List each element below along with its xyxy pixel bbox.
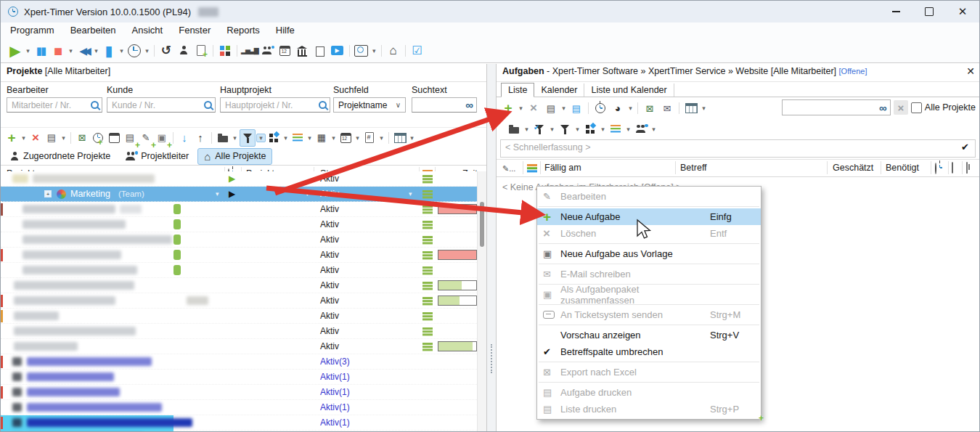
search-icon[interactable] [204,101,212,109]
project-row[interactable]: Aktiv(1) [1,400,477,415]
rewind-button[interactable]: ◀◀ [75,41,91,60]
dropdown-caret-icon[interactable]: ▾ [700,105,708,112]
project-row[interactable]: ▶Aktiv [1,171,477,187]
column-settings-button[interactable] [393,130,407,146]
dropdown-caret-icon[interactable]: ▾ [517,105,525,112]
task-search-input[interactable] [785,102,879,114]
tab-liste-und-kalender[interactable]: Liste und Kalender [584,83,674,97]
dropdown-caret-icon[interactable]: ▾ [24,47,32,54]
menu-fenster[interactable]: Fenster [171,23,219,38]
dropdown-caret-icon[interactable]: ▾ [523,126,531,133]
project-row[interactable]: Aktiv [1,248,477,263]
maximize-button[interactable] [912,1,946,23]
column-geschaetzt[interactable]: Geschätzt [833,163,873,173]
delete-task-button[interactable]: × [526,99,542,118]
dropdown-caret-icon[interactable]: ▾ [573,126,581,133]
project-row-selected[interactable]: +Marketing(Team)▾▾▾▶Aktiv [1,187,477,202]
dropdown-caret-icon[interactable]: ▾ [330,134,338,142]
project-row[interactable]: Aktiv(1) [1,385,477,400]
all-projects-checkbox[interactable] [911,102,922,113]
column-faellig-am[interactable]: Fällig am [544,163,581,173]
hauptprojekt-input[interactable] [224,99,319,111]
project-row[interactable]: Aktiv(3) [1,354,477,370]
add-user-button[interactable] [176,41,192,60]
menu-reports[interactable]: Reports [219,23,268,38]
dropdown-caret-icon[interactable]: ▾ [231,134,239,142]
binoculars-icon[interactable]: ∞ [465,99,473,111]
menu-ansicht[interactable]: Ansicht [124,23,171,38]
dropdown-caret-icon[interactable]: ▾ [370,47,378,54]
view-project-leader[interactable]: Projektleiter [119,149,195,163]
group-view-button[interactable] [266,130,281,146]
pie-chart-button[interactable]: ◕ [610,99,626,118]
menu-item-neue-aufgabe-aus-vorlage[interactable]: ▣Neue Aufgabe aus Vorlage [537,245,761,262]
dropdown-caret-icon[interactable]: ▾ [624,126,632,133]
search-icon[interactable] [91,101,99,109]
team-button[interactable] [260,41,276,60]
vertical-scrollbar[interactable] [477,171,486,431]
suchfeld-select[interactable]: Projektname ∨ [333,97,406,113]
add-note-button[interactable]: ✎ [139,130,153,146]
menu-item-vorschau-anzeigen[interactable]: Vorschau anzeigenStrg+V [537,327,761,343]
column-benoetigt[interactable]: Benötigt [886,163,919,173]
print-button[interactable]: ▤ [44,130,59,146]
add-task-button[interactable]: + [500,99,516,118]
move-up-button[interactable]: ↑ [193,130,208,146]
dropdown-caret-icon[interactable]: ▾ [408,134,416,142]
send-mail-button[interactable]: ✉ [659,99,675,118]
dropdown-caret-icon[interactable]: ▾ [306,190,309,197]
tab-kalender[interactable]: Kalender [534,83,584,97]
project-row[interactable]: Aktiv [1,217,477,232]
group-view-button[interactable] [582,120,598,139]
dropdown-caret-icon[interactable]: ▾ [409,190,412,197]
stopwatch-button[interactable] [592,99,608,118]
column-note-icon[interactable] [952,163,953,173]
binoculars-icon[interactable]: ∞ [879,102,887,114]
project-row[interactable]: Aktiv(1) [1,370,477,385]
dropdown-caret-icon[interactable]: ▾ [92,47,100,54]
home-office-button[interactable]: ⌂ [385,41,401,60]
column-stopwatch-icon[interactable] [935,163,936,174]
statistics-button[interactable]: ▂▅▃▇ [241,41,258,60]
column-edit-icon[interactable]: ✎... [502,163,515,174]
assignee-filter-button[interactable] [633,120,649,139]
project-row[interactable]: Aktiv [1,324,477,339]
add-time-button[interactable] [91,130,105,146]
filter-button[interactable] [557,120,573,139]
dropdown-caret-icon[interactable]: ▾ [650,126,658,133]
clear-search-button[interactable]: × [894,100,908,115]
project-row[interactable]: Aktiv(1) [1,431,477,431]
move-down-button[interactable]: ↓ [177,130,192,146]
task-report-button[interactable]: ▤ [568,99,584,118]
export-excel-button[interactable]: ⊠ [75,130,89,146]
scrollbar-thumb[interactable] [480,202,484,247]
project-row[interactable]: Aktiv [1,293,477,309]
timesheet-button[interactable] [277,41,293,60]
pause-timer-button[interactable]: ▮▮ [33,41,49,60]
close-button[interactable]: ✕ [946,1,979,23]
column-betreff[interactable]: Betreff [680,163,707,173]
numbering-button[interactable] [362,130,377,146]
dropdown-caret-icon[interactable]: ▾ [626,105,634,112]
kunde-input[interactable] [110,99,204,111]
dropdown-caret-icon[interactable]: ▾ [306,134,314,142]
copy-button[interactable] [312,41,328,60]
confirm-check-icon[interactable]: ✔ [961,142,969,152]
row-play-icon[interactable]: ▶ [229,174,235,184]
menu-item-neue-aufgabe[interactable]: +Neue AufgabeEinfg [537,208,761,225]
dropdown-caret-icon[interactable]: ▾ [60,134,68,142]
bearbeiter-input[interactable] [10,99,91,111]
print-task-button[interactable]: ▤ [543,99,559,118]
delete-project-button[interactable]: × [28,130,43,146]
clock-button[interactable] [126,41,142,60]
add-package-button[interactable]: ▣ [155,130,169,146]
billing-button[interactable] [295,41,311,60]
stop-timer-button[interactable]: ■ [50,41,66,60]
tasks-check-button[interactable]: ☑ [409,41,425,60]
panel-splitter[interactable] [487,64,497,431]
tab-liste[interactable]: Liste [501,83,534,97]
filter-active-button[interactable] [531,120,547,139]
dropdown-caret-icon[interactable]: ▾ [599,126,607,133]
dropdown-caret-icon[interactable]: ▾ [118,47,126,54]
dashboard-button[interactable] [217,41,233,60]
